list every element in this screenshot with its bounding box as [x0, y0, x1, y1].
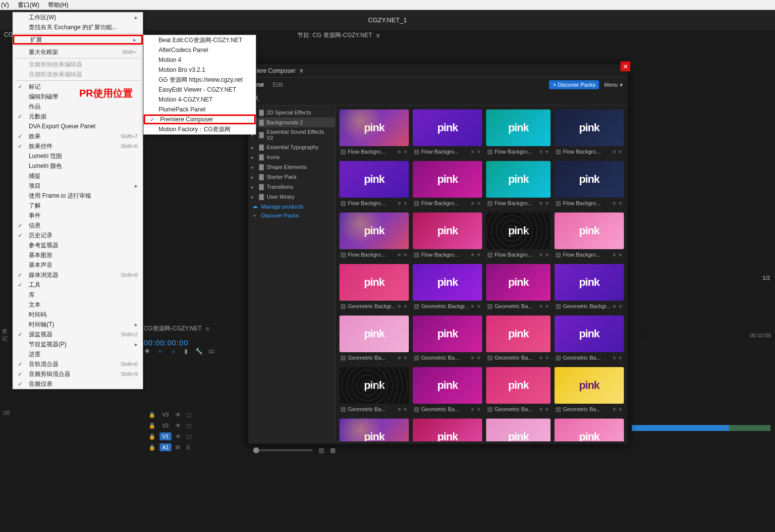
timecode-display[interactable]: 00:00:00:00 [144, 338, 188, 347]
menu-frameio[interactable]: 使用 Frame.io 进行审核 [13, 191, 143, 201]
menu-essential-sound[interactable]: 基本声音 [13, 260, 143, 270]
preset-card[interactable]: pink▤Geometric Ba...≡★ [486, 316, 551, 363]
menu-events[interactable]: 事件 [13, 211, 143, 220]
timeline-clip[interactable] [632, 425, 771, 431]
grid-view-icon[interactable]: ▦ [330, 447, 335, 454]
preset-card[interactable]: pink▤Flow Backgro...≡★ [413, 213, 482, 260]
star-icon[interactable]: ★ [545, 303, 550, 310]
menu-timeline[interactable]: 时间轴(T) [13, 319, 143, 329]
star-icon[interactable]: ★ [403, 149, 408, 155]
panel-menu-icon[interactable]: ≡ [206, 325, 209, 332]
zoom-slider[interactable] [253, 449, 313, 451]
card-menu-icon[interactable]: ≡ [540, 303, 543, 309]
sidebar-item[interactable]: ▸▇Starter Pack [248, 172, 335, 182]
preset-card[interactable]: pink▤Flow Backgro...≡★ [554, 213, 624, 260]
ext-motion-bro[interactable]: Motion Bro v3.2.1 [144, 65, 256, 75]
menu-ref-monitor[interactable]: 参考监视器 [13, 240, 143, 250]
program-monitor-tab[interactable]: 节目: CG 资源网-CGZY.NET ≡ [297, 31, 380, 40]
track-a1[interactable]: 🔒A1MS [149, 442, 193, 453]
menu-help[interactable]: 帮助(H) [48, 1, 68, 9]
menu-view[interactable]: (V) [1, 1, 9, 8]
star-icon[interactable]: ★ [618, 200, 623, 207]
menu-metadata[interactable]: 元数据 [13, 111, 143, 121]
wrench-icon[interactable]: 🔧 [195, 348, 202, 355]
menu-audio-meters[interactable]: 音频仪表 [13, 379, 143, 389]
star-icon[interactable]: ★ [403, 200, 408, 207]
menu-timecode[interactable]: 时间码 [13, 310, 143, 319]
timeline-ruler[interactable]: 00:10:00 [639, 330, 775, 340]
sequence-tab[interactable]: CG资源网-CGZY.NET ≡ [144, 324, 209, 333]
discover-packs-button[interactable]: + Discover Packs [549, 80, 599, 89]
menu-lumetri-color[interactable]: Lumetri 颜色 [13, 161, 143, 171]
menu-works[interactable]: 作品 [13, 102, 143, 111]
star-icon[interactable]: ★ [545, 355, 550, 361]
card-menu-icon[interactable]: ≡ [540, 252, 543, 258]
menu-audio-track-mixer[interactable]: 音轨混合器Shift+6 [13, 359, 143, 369]
preset-card[interactable]: pink▤Geometric Ba...≡★ [486, 367, 551, 415]
menu-effects[interactable]: 效果Shift+7 [13, 131, 143, 141]
star-icon[interactable]: ★ [476, 406, 481, 413]
sidebar-item[interactable]: ▸▇Essential Sound Effects V2 [248, 127, 335, 142]
ext-aftercodecs[interactable]: AfterCodecs Panel [144, 45, 256, 55]
menu-tools[interactable]: 工具 [13, 280, 143, 290]
menu-source-monitor[interactable]: 源监视器Shift+2 [13, 329, 143, 339]
manage-products-link[interactable]: ☁Manage products [248, 202, 335, 211]
menu-maximize[interactable]: 最大化框架Shift+` [13, 47, 143, 57]
sidebar-item[interactable]: ▸▇2D Special Effects [248, 107, 335, 117]
preset-card[interactable]: pink▤Geometric Backgr...≡★ [413, 264, 482, 312]
card-menu-icon[interactable]: ≡ [398, 303, 401, 309]
preset-card[interactable]: pink▤Geometric Backgr...≡★ [339, 264, 409, 312]
sidebar-item[interactable]: ▸▇Icons [248, 152, 335, 162]
star-icon[interactable]: ★ [403, 252, 408, 258]
marker-icon[interactable]: ▮ [182, 348, 189, 355]
menu-capture[interactable]: 捕捉 [13, 171, 143, 181]
preset-card[interactable]: pink▤Flow Backgro...≡★ [486, 161, 551, 209]
close-button[interactable]: ✕ [620, 61, 630, 71]
card-menu-icon[interactable]: ≡ [471, 149, 474, 155]
ext-easyedit[interactable]: EasyEdit Viewer - CGZY.NET [144, 85, 256, 95]
menu-text[interactable]: 文本 [13, 300, 143, 310]
ext-premiere-composer[interactable]: Premiere Composer [144, 114, 256, 124]
card-menu-icon[interactable]: ≡ [613, 355, 616, 361]
star-icon[interactable]: ★ [545, 200, 550, 207]
sidebar-item[interactable]: ▸▇Backgrounds 2 [248, 117, 335, 127]
card-menu-icon[interactable]: ≡ [540, 406, 543, 412]
ext-beat-edit[interactable]: Beat Edit:CG资源网-CGZY.NET [144, 35, 256, 45]
star-icon[interactable]: ★ [545, 252, 550, 258]
list-view-icon[interactable]: ▤ [319, 447, 324, 454]
star-icon[interactable]: ★ [618, 149, 623, 155]
preset-card[interactable]: pink▤Flow Backgro...≡★ [554, 109, 624, 157]
tab-edit[interactable]: Edit [273, 81, 283, 88]
sidebar-item[interactable]: ▸▇Essential Typography [248, 142, 335, 152]
preset-card[interactable]: pink▤Geometric Ba...≡★ [339, 367, 409, 415]
preset-card[interactable]: pink▤Geometric Ba...≡★ [413, 367, 482, 415]
star-icon[interactable]: ★ [545, 406, 550, 413]
menu-lumetri-scope[interactable]: Lumetri 范围 [13, 151, 143, 161]
preset-card[interactable]: pink▤Geometric Ba...≡★ [413, 316, 482, 363]
preset-card[interactable]: pink▤Flow Backgro...≡★ [339, 213, 409, 260]
card-menu-icon[interactable]: ≡ [613, 252, 616, 258]
star-icon[interactable]: ★ [618, 252, 623, 258]
menu-learn[interactable]: 了解 [13, 201, 143, 211]
preset-card[interactable]: pink▤Geometric Ba...≡★ [554, 367, 624, 415]
preset-card[interactable]: pink▤Geometric Ba...≡★ [339, 316, 409, 363]
sidebar-item[interactable]: ▸▇User library [248, 192, 335, 202]
card-menu-icon[interactable]: ≡ [613, 303, 616, 309]
card-menu-icon[interactable]: ≡ [471, 200, 474, 206]
track-v2[interactable]: 🔒V2👁▢ [149, 420, 193, 431]
card-menu-icon[interactable]: ≡ [540, 149, 543, 155]
card-menu-icon[interactable]: ≡ [613, 149, 616, 155]
menu-window[interactable]: 窗口(W) [18, 1, 39, 9]
menu-project[interactable]: 项目 [13, 181, 143, 191]
ext-plumepack[interactable]: PlumePack Panel [144, 105, 256, 114]
menu-program-monitor[interactable]: 节目监视器(P) [13, 339, 143, 349]
star-icon[interactable]: ★ [476, 200, 481, 207]
preset-card[interactable]: pink▤Geometric Backgr...≡★ [554, 264, 624, 312]
star-icon[interactable]: ★ [618, 355, 623, 361]
preset-card[interactable]: pink▤Flow Backgro...≡★ [486, 109, 551, 157]
menu-dva-export[interactable]: DVA Export Queue Panel [13, 121, 143, 131]
star-icon[interactable]: ★ [403, 406, 408, 413]
card-menu-icon[interactable]: ≡ [398, 200, 401, 206]
app-menubar[interactable]: (V) 窗口(W) 帮助(H) [0, 0, 775, 10]
ext-motion4-cgzy[interactable]: Motion 4-CGZY.NET [144, 95, 256, 105]
